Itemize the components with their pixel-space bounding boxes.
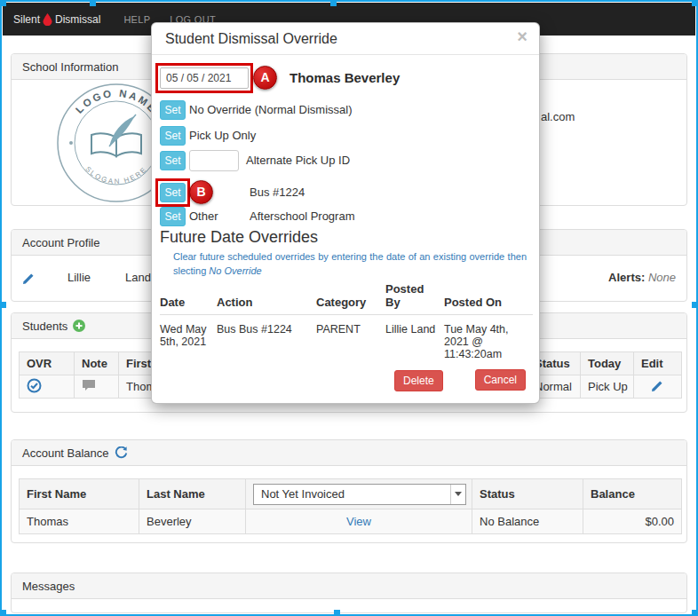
note-comment-icon[interactable] xyxy=(82,379,96,391)
edit-student-pencil-icon[interactable] xyxy=(651,379,664,392)
col-note: Note xyxy=(75,352,119,375)
col-category: Category xyxy=(316,280,385,315)
set-bus-button[interactable]: Set xyxy=(160,183,186,202)
set-no-override-button[interactable]: Set xyxy=(160,100,186,120)
other-label: Other xyxy=(189,207,218,226)
col-bal-last-name: Last Name xyxy=(139,479,246,509)
alerts-status: Alerts: None xyxy=(608,271,676,284)
other-value-label: Afterschool Program xyxy=(250,207,355,226)
delete-override-button[interactable]: Delete xyxy=(394,370,443,391)
override-date: Wed May 5th, 2021 xyxy=(160,315,217,361)
school-information-title: School Information xyxy=(22,60,118,74)
brand-text-left: Silent xyxy=(13,13,40,26)
override-status-icon[interactable] xyxy=(27,378,42,393)
chevron-down-icon xyxy=(450,485,465,504)
selection-handle[interactable] xyxy=(692,302,698,308)
bus-label: Bus #1224 xyxy=(250,183,305,202)
balance-status: No Balance xyxy=(472,509,583,534)
annotation-circle-b: B xyxy=(189,180,213,204)
set-other-button[interactable]: Set xyxy=(160,207,186,226)
col-date: Date xyxy=(160,280,217,315)
balance-first-name: Thomas xyxy=(20,509,139,534)
account-balance-panel: Account Balance First Name Last Name Not… xyxy=(11,439,687,543)
future-overrides-note: Clear future scheduled overrides by ente… xyxy=(173,250,527,278)
alt-pickup-label: Alternate Pick Up ID xyxy=(246,151,350,170)
account-balance-table: First Name Last Name Not Yet Invoiced St… xyxy=(19,478,682,534)
screenshot-stage: Silent Dismissal HELP LOG OUT School Inf… xyxy=(0,0,698,616)
col-posted-on: Posted On xyxy=(444,280,533,315)
refresh-icon[interactable] xyxy=(115,446,128,460)
student-dismissal-override-modal: Student Dismissal Override × 05 / 05 / 2… xyxy=(151,22,540,404)
view-invoices-link[interactable]: View xyxy=(346,515,371,528)
selection-handle[interactable] xyxy=(0,302,6,308)
balance-amount: $0.00 xyxy=(583,509,682,534)
close-icon[interactable]: × xyxy=(517,28,527,45)
alerts-value: None xyxy=(648,271,676,284)
future-note-no-override: No Override xyxy=(209,265,261,276)
balance-table-header-row: First Name Last Name Not Yet Invoiced St… xyxy=(20,479,682,509)
selection-handle[interactable] xyxy=(692,0,698,6)
annotation-circle-a: A xyxy=(253,66,277,90)
add-student-plus-icon[interactable] xyxy=(73,320,85,332)
future-date-overrides-heading: Future Date Overrides xyxy=(160,228,318,247)
invoice-filter-value: Not Yet Invoiced xyxy=(261,487,345,501)
selection-handle[interactable] xyxy=(692,610,698,616)
override-posted-by: Lillie Land xyxy=(385,315,444,361)
profile-last-name: Land xyxy=(125,271,151,284)
nav-help-link[interactable]: HELP xyxy=(123,14,150,25)
override-action: Bus Bus #1224 xyxy=(217,315,316,361)
col-edit: Edit xyxy=(634,352,682,375)
invoice-filter-select[interactable]: Not Yet Invoiced xyxy=(253,484,466,505)
override-date-input[interactable]: 05 / 05 / 2021 xyxy=(160,67,249,89)
alternate-pickup-id-input[interactable] xyxy=(189,150,239,171)
selection-handle[interactable] xyxy=(0,610,6,616)
selection-handle[interactable] xyxy=(0,0,6,6)
override-category: PARENT xyxy=(316,315,385,361)
brand-logo[interactable]: Silent Dismissal xyxy=(13,13,100,26)
col-action: Action xyxy=(217,280,316,315)
modal-title: Student Dismissal Override xyxy=(165,31,337,47)
modal-student-name: Thomas Beverley xyxy=(290,70,400,85)
edit-profile-pencil-icon[interactable] xyxy=(22,272,36,285)
students-title: Students xyxy=(22,320,67,333)
messages-title: Messages xyxy=(22,580,75,593)
selection-handle[interactable] xyxy=(90,0,96,6)
no-override-label: No Override (Normal Dismissal) xyxy=(189,100,352,120)
override-posted-on: Tue May 4th, 2021 @ 11:43:20am xyxy=(444,315,533,361)
messages-header: Messages xyxy=(12,573,686,599)
set-alt-pickup-button[interactable]: Set xyxy=(160,151,186,170)
alerts-label: Alerts: xyxy=(608,271,645,284)
future-overrides-table: Date Action Category Posted By Posted On… xyxy=(160,280,533,360)
account-balance-title: Account Balance xyxy=(22,446,109,460)
account-balance-body: First Name Last Name Not Yet Invoiced St… xyxy=(12,466,686,534)
override-row: Wed May 5th, 2021 Bus Bus #1224 PARENT L… xyxy=(160,315,533,361)
overrides-header-row: Date Action Category Posted By Posted On xyxy=(160,280,533,315)
account-balance-header: Account Balance xyxy=(12,440,686,466)
col-posted-by: Posted By xyxy=(385,280,444,315)
col-bal-balance: Balance xyxy=(583,479,682,509)
pickup-only-label: Pick Up Only xyxy=(189,126,256,146)
col-ovr: OVR xyxy=(20,352,75,375)
school-contact-text-fragment: al.com xyxy=(541,110,575,123)
balance-row: Thomas Beverley View No Balance $0.00 xyxy=(20,509,682,534)
profile-first-name: Lillie xyxy=(67,271,91,284)
selection-handle[interactable] xyxy=(334,610,340,616)
brand-text-right: Dismissal xyxy=(55,13,100,26)
col-bal-status: Status xyxy=(472,479,583,509)
col-bal-first-name: First Name xyxy=(20,479,139,509)
messages-body xyxy=(12,599,686,613)
modal-header-divider xyxy=(152,54,539,55)
messages-panel: Messages xyxy=(11,573,687,613)
account-profile-title: Account Profile xyxy=(22,236,99,249)
col-today: Today xyxy=(581,352,634,375)
student-today: Pick Up xyxy=(581,375,634,399)
selection-handle[interactable] xyxy=(330,0,337,6)
set-pickup-only-button[interactable]: Set xyxy=(160,126,186,146)
balance-last-name: Beverley xyxy=(139,509,246,534)
cancel-button[interactable]: Cancel xyxy=(475,369,526,391)
water-drop-icon xyxy=(43,13,52,26)
